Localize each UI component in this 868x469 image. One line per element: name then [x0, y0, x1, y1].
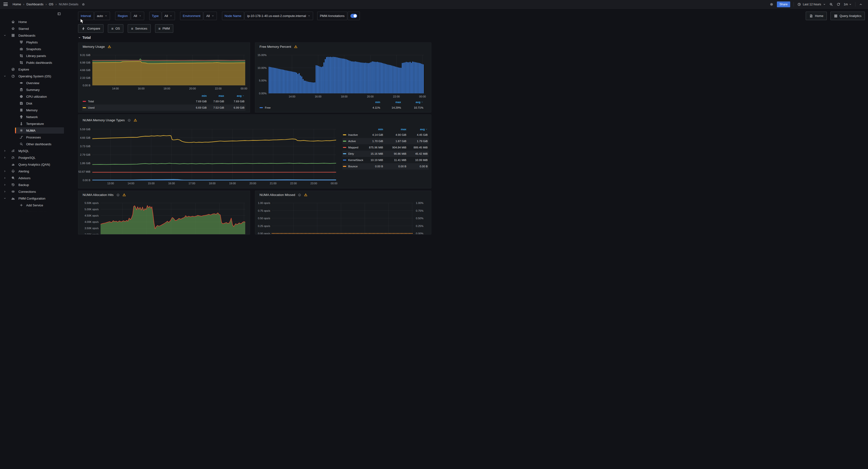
sidebar-item-add-service[interactable]: Add Service — [0, 202, 68, 209]
sidebar-item-mysql[interactable]: MySQL — [0, 147, 68, 154]
breadcrumb-os[interactable]: OS — [49, 2, 53, 6]
svg-text:5.50K ops/s: 5.50K ops/s — [85, 202, 99, 204]
info-icon[interactable] — [298, 193, 301, 197]
panel-title[interactable]: Memory Usage — [83, 45, 105, 49]
sidebar-item-cpu-utilization[interactable]: CPU utilization — [0, 93, 68, 100]
series-color-swatch — [343, 153, 346, 154]
legend-series-label[interactable]: Active — [343, 140, 364, 143]
legend-sort-min[interactable]: min — [189, 94, 207, 97]
legend-sort-min[interactable]: min — [364, 128, 383, 131]
type-label[interactable]: Type — [149, 12, 161, 20]
sidebar-item-dashboards[interactable]: Dashboards — [0, 32, 68, 39]
allocation-missed-chart[interactable]: 0.00 ops/s0.25 ops/s0.50 ops/s0.75 ops/s… — [255, 191, 431, 234]
allocation-hits-chart[interactable]: 5.50K ops/s5.00K ops/s4.50K ops/s4.00K o… — [78, 191, 250, 234]
svg-text:18:00: 18:00 — [163, 87, 170, 90]
chevron-down-icon — [3, 75, 6, 78]
sidebar-item-playlists[interactable]: Playlists — [0, 39, 68, 46]
legend-sort-avg[interactable]: avg — [401, 100, 423, 104]
sidebar-item-explore[interactable]: Explore — [0, 66, 68, 73]
legend-sort-avg[interactable]: avg — [406, 128, 428, 131]
numa-allocation-hits-panel: NUMA Allocation Hits 5.50K ops/s5.00K op… — [78, 190, 250, 235]
legend-sort-max[interactable]: max — [207, 94, 224, 97]
info-icon[interactable] — [116, 193, 120, 197]
sidebar-item-network[interactable]: Network — [0, 114, 68, 120]
services-menu-button[interactable]: ≡ Services — [128, 24, 151, 33]
warning-icon[interactable] — [304, 193, 308, 197]
total-section-header[interactable]: Total — [78, 35, 91, 39]
environment-select[interactable]: All — [204, 12, 217, 20]
collapse-sidebar-icon[interactable] — [57, 12, 61, 16]
legend-min: 0.00 B — [364, 165, 383, 168]
node-name-label[interactable]: Node Name — [222, 12, 244, 20]
series-color-swatch — [83, 107, 86, 108]
breadcrumb-dashboards[interactable]: Dashboards — [26, 2, 43, 6]
sidebar-item-starred[interactable]: Starred — [0, 25, 68, 32]
svg-text:5.00K ops/s: 5.00K ops/s — [85, 208, 99, 211]
sidebar-item-backup[interactable]: Backup — [0, 181, 68, 188]
sidebar-item-temperature[interactable]: Temperature — [0, 120, 68, 127]
panel-title[interactable]: NUMA Memory Usage Types — [83, 118, 125, 122]
sidebar-item-library-panels[interactable]: Library panels — [0, 52, 68, 59]
panel-title[interactable]: NUMA Allocation Missed — [259, 193, 295, 197]
numa-types-chart[interactable]: 13:0014:0015:0016:0017:0018:0019:0020:00… — [78, 115, 340, 188]
os-menu-button[interactable]: ≡ OS — [108, 24, 123, 33]
panel-title[interactable]: Free Memory Percent — [259, 45, 291, 49]
sidebar-item-home[interactable]: Home — [0, 19, 68, 25]
legend-series-label[interactable]: Inactive — [343, 134, 364, 136]
sidebar-item-label: Connections — [19, 190, 36, 194]
sidebar-item-postgresql[interactable]: PostgreSQL — [0, 154, 68, 161]
legend-series-label[interactable]: Bounce — [343, 165, 364, 168]
info-icon[interactable] — [127, 119, 131, 122]
sidebar-item-memory[interactable]: Memory — [0, 107, 68, 114]
legend-sort-min[interactable]: min — [361, 100, 380, 104]
legend-series-label[interactable]: KernelStack — [343, 158, 364, 162]
legend-series-label[interactable]: Total — [83, 100, 189, 103]
apps-icon — [11, 33, 15, 37]
sidebar-item-advisors[interactable]: Advisors — [0, 175, 68, 181]
chevron-down-icon — [11, 210, 14, 213]
legend-sort-max[interactable]: max — [380, 100, 401, 104]
warning-icon[interactable] — [133, 118, 137, 122]
type-select[interactable]: All — [162, 12, 175, 20]
favorite-star-icon[interactable] — [82, 3, 85, 6]
compare-button[interactable]: Compare — [78, 24, 103, 33]
legend-series-label[interactable]: Mapped — [343, 146, 364, 149]
legend-sort-avg[interactable]: avg — [224, 94, 245, 97]
warning-icon[interactable] — [107, 45, 111, 49]
warning-icon[interactable] — [122, 193, 126, 197]
legend-series-label[interactable]: Used — [83, 106, 189, 109]
sidebar-item-snapshots[interactable]: Snapshots — [0, 46, 68, 52]
sidebar-item-numa[interactable]: NUMA — [0, 127, 68, 134]
node-name-select[interactable]: ip-10-178-1-40.us-east-2.compute.interna… — [245, 12, 313, 20]
region-select[interactable]: All — [131, 12, 144, 20]
panel-title[interactable]: NUMA Allocation Hits — [83, 193, 114, 197]
legend-sort-max[interactable]: max — [383, 128, 406, 131]
gauge-icon — [11, 74, 15, 78]
sidebar-item-overview[interactable]: Overview — [0, 80, 68, 86]
sidebar-item-public-dashboards[interactable]: Public dashboards — [0, 59, 68, 66]
interval-select[interactable]: auto — [94, 12, 110, 20]
sidebar-item-other-dashboards[interactable]: Other dashboards — [0, 141, 68, 147]
sidebar-item-pmm-configuration[interactable]: PMM Configuration — [0, 195, 68, 202]
sidebar-item-pmm-inventory[interactable]: PMM Inventory — [0, 209, 68, 215]
sidebar-item-disk[interactable]: Disk — [0, 100, 68, 107]
sidebar-item-operating-system-os[interactable]: Operating System (OS) — [0, 73, 68, 80]
sidebar-item-alerting[interactable]: Alerting — [0, 168, 68, 175]
svg-text:6.98 GiB: 6.98 GiB — [80, 61, 90, 64]
environment-label[interactable]: Environment — [180, 12, 203, 20]
sidebar-item-connections[interactable]: Connections — [0, 188, 68, 195]
menu-icon[interactable] — [3, 3, 8, 6]
sidebar-item-query-analytics-qan[interactable]: Query Analytics (QAN) — [0, 161, 68, 168]
interval-label[interactable]: Interval — [78, 12, 94, 20]
warning-icon[interactable] — [294, 45, 298, 49]
legend-series-label[interactable]: Free — [259, 106, 361, 109]
region-label[interactable]: Region — [115, 12, 130, 20]
chevron-down-icon — [212, 14, 214, 17]
legend-row: Bounce 0.00 B 0.00 B 0.00 B — [342, 163, 429, 170]
legend-series-label[interactable]: Dirty — [343, 152, 364, 155]
sidebar-item-processes[interactable]: Processes — [0, 134, 68, 141]
breadcrumb-home[interactable]: Home — [12, 2, 21, 6]
pmm-annotations-toggle[interactable] — [348, 12, 360, 20]
sidebar-item-summary[interactable]: Summary — [0, 86, 68, 93]
pmm-menu-button[interactable]: ≡ PMM — [155, 24, 173, 33]
